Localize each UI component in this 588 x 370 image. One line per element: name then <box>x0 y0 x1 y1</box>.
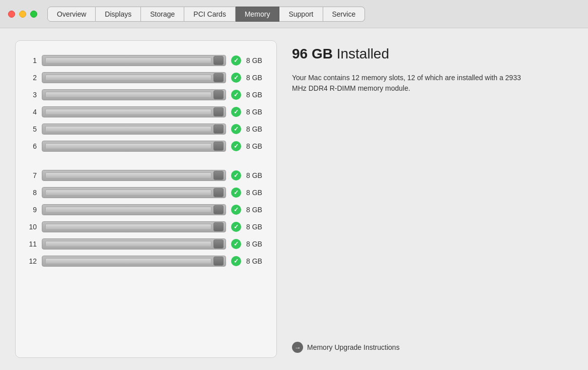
tab-storage[interactable]: Storage <box>141 7 184 22</box>
slot-number-12: 12 <box>26 257 37 265</box>
tab-service[interactable]: Service <box>323 7 365 22</box>
memory-slot-row: 2 8 GB <box>26 70 266 85</box>
ram-bar-notch-8 <box>213 188 224 197</box>
ram-bar-inner-1 <box>45 57 211 64</box>
memory-slot-row: 6 8 GB <box>26 139 266 154</box>
check-icon-6 <box>231 141 241 151</box>
memory-info-panel: 96 GB Installed Your Mac contains 12 mem… <box>292 40 573 358</box>
ram-bar-inner-2 <box>45 75 211 81</box>
ram-bar-9 <box>42 204 226 215</box>
ram-bar-notch-11 <box>213 239 224 249</box>
slot-number-11: 11 <box>26 240 37 248</box>
close-button[interactable] <box>8 11 15 18</box>
slot-size-11: 8 GB <box>246 240 266 248</box>
check-icon-8 <box>231 188 241 198</box>
ram-bar-8 <box>42 187 226 198</box>
slot-number-9: 9 <box>26 206 37 214</box>
ram-bar-inner-5 <box>45 126 211 132</box>
ram-bar-inner-9 <box>45 207 211 213</box>
ram-bar-notch-3 <box>213 90 224 99</box>
slot-number-6: 6 <box>26 142 37 150</box>
slot-size-8: 8 GB <box>246 189 266 197</box>
ram-bar-5 <box>42 124 226 135</box>
ram-bar-6 <box>42 141 226 152</box>
ram-bar-inner-12 <box>45 258 211 264</box>
tab-displays[interactable]: Displays <box>96 7 141 22</box>
right-spacer <box>292 104 573 322</box>
check-icon-11 <box>231 239 241 249</box>
slot-size-6: 8 GB <box>246 142 266 150</box>
maximize-button[interactable] <box>30 11 37 18</box>
ram-bar-inner-4 <box>45 109 211 115</box>
arrow-right-icon <box>292 342 303 353</box>
slot-size-2: 8 GB <box>246 74 266 82</box>
upgrade-link-label: Memory Upgrade Instructions <box>307 343 400 351</box>
slot-number-10: 10 <box>26 223 37 231</box>
ram-bar-notch-1 <box>213 56 224 65</box>
ram-bar-notch-12 <box>213 257 224 266</box>
ram-bar-notch-9 <box>213 205 224 214</box>
ram-bar-7 <box>42 170 226 181</box>
memory-description: Your Mac contains 12 memory slots, 12 of… <box>292 73 534 94</box>
check-icon-10 <box>231 222 241 232</box>
memory-slot-row: 1 8 GB <box>26 53 266 68</box>
ram-bar-notch-6 <box>213 142 224 151</box>
memory-slot-row: 3 8 GB <box>26 87 266 102</box>
memory-slot-row: 12 8 GB <box>26 254 266 269</box>
traffic-lights <box>8 11 37 18</box>
ram-bar-inner-7 <box>45 172 211 178</box>
tab-support[interactable]: Support <box>279 7 323 22</box>
ram-bar-11 <box>42 238 226 250</box>
ram-bar-inner-3 <box>45 92 211 98</box>
check-icon-5 <box>231 124 241 134</box>
ram-bar-inner-11 <box>45 241 211 247</box>
ram-bar-notch-4 <box>213 107 224 116</box>
check-icon-3 <box>231 90 241 100</box>
slot-size-5: 8 GB <box>246 125 266 133</box>
memory-slot-row: 8 8 GB <box>26 185 266 200</box>
tab-bar: Overview Displays Storage PCI Cards Memo… <box>47 7 365 22</box>
slot-number-5: 5 <box>26 125 37 133</box>
content-area: 1 8 GB 2 8 GB <box>0 28 588 370</box>
tab-memory[interactable]: Memory <box>236 7 280 22</box>
check-icon-9 <box>231 205 241 215</box>
slot-number-7: 7 <box>26 171 37 179</box>
check-icon-7 <box>231 170 241 180</box>
minimize-button[interactable] <box>19 11 26 18</box>
memory-slot-row: 11 8 GB <box>26 236 266 252</box>
memory-slots-panel: 1 8 GB 2 8 GB <box>15 40 277 358</box>
slot-size-1: 8 GB <box>246 56 266 65</box>
system-information-window: Overview Displays Storage PCI Cards Memo… <box>0 0 588 370</box>
ram-bar-notch-7 <box>213 171 224 180</box>
check-icon-4 <box>231 107 241 117</box>
check-icon-2 <box>231 73 241 83</box>
memory-slot-group-1: 1 8 GB 2 8 GB <box>26 53 266 154</box>
ram-bar-12 <box>42 256 226 267</box>
tab-overview[interactable]: Overview <box>47 7 96 22</box>
memory-slot-row: 5 8 GB <box>26 121 266 137</box>
ram-bar-notch-5 <box>213 125 224 134</box>
slot-size-7: 8 GB <box>246 171 266 179</box>
check-icon-12 <box>231 256 241 266</box>
ram-bar-inner-8 <box>45 190 211 196</box>
slot-number-4: 4 <box>26 108 37 116</box>
memory-installed-suffix: Installed <box>333 46 389 61</box>
tab-pci-cards[interactable]: PCI Cards <box>184 7 236 22</box>
ram-bar-inner-6 <box>45 143 211 149</box>
ram-bar-3 <box>42 89 226 100</box>
ram-bar-notch-2 <box>213 73 224 82</box>
slot-number-8: 8 <box>26 189 37 197</box>
memory-slot-row: 7 8 GB <box>26 168 266 183</box>
ram-bar-4 <box>42 106 226 117</box>
slot-number-2: 2 <box>26 74 37 82</box>
slot-size-10: 8 GB <box>246 223 266 231</box>
slot-size-4: 8 GB <box>246 108 266 116</box>
ram-bar-10 <box>42 221 226 232</box>
slot-number-3: 3 <box>26 91 37 99</box>
memory-upgrade-link[interactable]: Memory Upgrade Instructions <box>292 332 573 353</box>
check-icon-1 <box>231 55 241 66</box>
memory-slot-row: 9 8 GB <box>26 202 266 217</box>
memory-slot-row: 4 8 GB <box>26 104 266 119</box>
memory-slot-group-2: 7 8 GB 8 8 GB <box>26 168 266 269</box>
slot-size-9: 8 GB <box>246 206 266 214</box>
